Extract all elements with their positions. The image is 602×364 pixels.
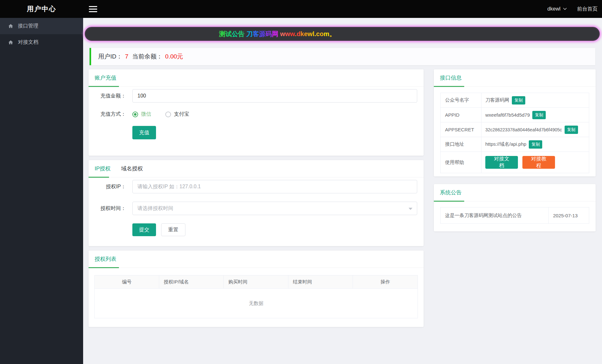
tab-domain-auth[interactable]: 域名授权: [121, 160, 143, 177]
sidebar-item-label: 接口管理: [18, 23, 38, 29]
auth-time-select[interactable]: 请选择授权时间: [132, 202, 417, 215]
balance-value: 0.00元: [165, 52, 183, 61]
auth-list-title: 授权列表: [95, 255, 116, 263]
radio-circle: [165, 112, 171, 117]
copy-button[interactable]: 复制: [512, 96, 525, 105]
active-title-underline: [434, 86, 464, 87]
radio-wechat[interactable]: 微信: [132, 111, 151, 118]
app-title: 用户中心: [0, 4, 83, 13]
copy-button[interactable]: 复制: [565, 126, 578, 134]
system-notice-title: 系统公告: [440, 189, 462, 196]
notice-text: 这是一条刀客源码网测试站点的公告: [441, 207, 549, 223]
recharge-card-title: 账户充值: [95, 74, 116, 81]
table-row: 公众号名字 刀客源码网 复制: [441, 93, 589, 108]
copy-button[interactable]: 复制: [532, 111, 546, 119]
tab-label: 域名授权: [121, 165, 143, 172]
active-title-underline: [434, 201, 464, 202]
col-id: 编号: [95, 275, 159, 288]
row-value: wxeefaf6f7b54d5d79: [485, 112, 530, 118]
sidebar: 接口管理 对接文档: [0, 18, 83, 364]
table-row: APPSECRET 32c286223378a80446eaf4d7b6f490…: [441, 122, 589, 137]
user-dropdown[interactable]: dkewl: [547, 6, 567, 12]
api-info-table: 公众号名字 刀客源码网 复制 APPID wxeefaf6f7b54d5d79 …: [440, 93, 589, 173]
table-header-row: 编号 授权IP/域名 购买时间 结束时间 操作: [95, 275, 418, 289]
active-tab-underline: [89, 177, 109, 178]
notice-table: 这是一条刀客源码网测试站点的公告 2025-07-13: [440, 207, 589, 224]
user-id-value: 7: [125, 53, 129, 60]
recharge-button[interactable]: 充值: [132, 126, 156, 139]
sidebar-item-api-management[interactable]: 接口管理: [0, 18, 83, 34]
col-ip-domain: 授权IP/域名: [159, 275, 224, 288]
radio-circle: [132, 112, 138, 117]
announcement-banner: 测试公告 刀客源码网 www.dkewl.com。: [84, 26, 600, 42]
row-label: APPSECRET: [441, 122, 481, 137]
user-id-label: 用户ID：: [98, 52, 122, 61]
front-home-link[interactable]: 前台首页: [577, 6, 598, 12]
reset-button[interactable]: 重置: [161, 223, 185, 236]
announcement-text: 测试公告 刀客源码网 www.dkewl.com。: [219, 30, 336, 38]
submit-button[interactable]: 提交: [132, 223, 156, 236]
tutorial-button[interactable]: 对接教程: [522, 156, 555, 169]
user-info-bar: 用户ID： 7 当前余额： 0.00元: [90, 48, 595, 65]
table-row: APPID wxeefaf6f7b54d5d79 复制: [441, 108, 589, 122]
row-value: 32c286223378a80446eaf4d7b6f4905c: [485, 127, 562, 132]
auth-list-table: 编号 授权IP/域名 购买时间 结束时间 操作 无数据: [94, 275, 418, 318]
select-placeholder: 请选择授权时间: [137, 205, 173, 212]
system-notice-card: 系统公告 这是一条刀客源码网测试站点的公告 2025-07-13: [434, 184, 596, 231]
radio-alipay[interactable]: 支付宝: [165, 111, 189, 118]
topbar: 用户中心 dkewl 前台首页: [0, 0, 602, 18]
amount-input[interactable]: [132, 89, 417, 103]
copy-button[interactable]: 复制: [529, 140, 542, 149]
sidebar-item-label: 对接文档: [18, 39, 38, 46]
col-end-time: 结束时间: [288, 275, 353, 288]
auth-list-card: 授权列表 编号 授权IP/域名 购买时间 结束时间 操作 无数据: [89, 251, 424, 327]
api-info-title: 接口信息: [440, 74, 462, 81]
radio-label: 支付宝: [174, 111, 189, 118]
empty-state-text: 无数据: [95, 289, 418, 318]
active-title-underline: [89, 86, 119, 87]
sidebar-item-docs[interactable]: 对接文档: [0, 34, 83, 50]
chevron-down-icon: [563, 8, 567, 10]
table-row: 接口地址 https://域名/api.php 复制: [441, 137, 589, 152]
caret-down-icon: [409, 208, 412, 210]
authorization-card: IP授权 域名授权 授权IP： 授权时间： 请选择授权时间: [89, 160, 424, 246]
notice-date: 2025-07-13: [549, 207, 589, 223]
menu-toggle-icon[interactable]: [89, 6, 97, 12]
active-title-underline: [89, 267, 119, 268]
row-value: 刀客源码网: [485, 97, 509, 103]
docs-button[interactable]: 对接文档: [485, 156, 518, 169]
amount-label: 充值金额：: [95, 93, 126, 99]
row-value: https://域名/api.php: [485, 141, 526, 147]
table-row-help: 使用帮助 对接文档 对接教程: [441, 152, 589, 173]
row-label: APPID: [441, 108, 481, 122]
username: dkewl: [547, 6, 560, 12]
auth-ip-input[interactable]: [132, 180, 417, 193]
row-label: 使用帮助: [441, 152, 481, 173]
balance-label: 当前余额：: [132, 52, 163, 61]
api-info-card: 接口信息 公众号名字 刀客源码网 复制 APPID wxeefaf6f7b54d…: [434, 69, 596, 176]
auth-time-label: 授权时间：: [95, 205, 126, 212]
radio-label: 微信: [141, 111, 151, 118]
home-icon: [8, 23, 13, 29]
auth-ip-label: 授权IP：: [95, 183, 126, 190]
row-label: 接口地址: [441, 137, 481, 151]
main-content: 测试公告 刀客源码网 www.dkewl.com。 用户ID： 7 当前余额： …: [83, 18, 602, 364]
col-actions: 操作: [353, 275, 418, 288]
tab-ip-auth[interactable]: IP授权: [95, 160, 111, 177]
tab-label: IP授权: [95, 165, 111, 172]
col-buy-time: 购买时间: [224, 275, 288, 288]
home-icon: [8, 40, 13, 45]
method-label: 充值方式：: [95, 111, 126, 118]
row-label: 公众号名字: [441, 93, 481, 107]
recharge-card: 账户充值 充值金额： 充值方式： 微信 支付宝: [89, 69, 424, 156]
